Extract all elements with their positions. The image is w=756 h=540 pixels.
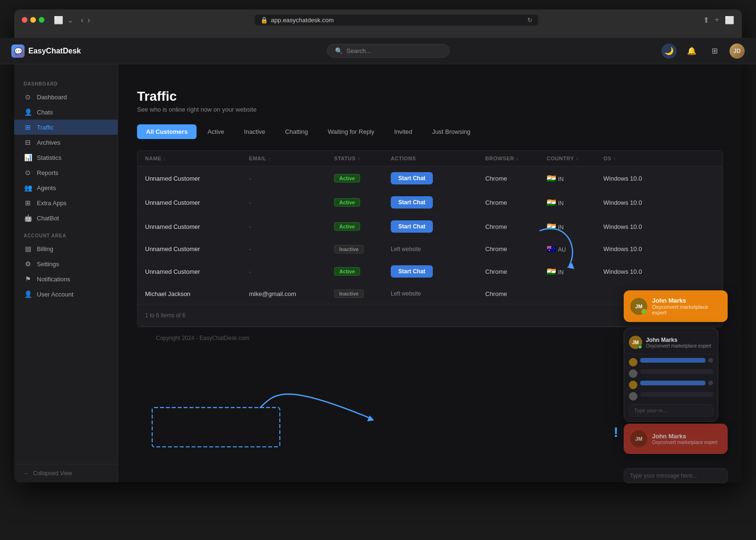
chat-input-bottom[interactable]: Type your message here... xyxy=(624,468,728,482)
sidebar-item-traffic[interactable]: ⊞ Traffic xyxy=(14,120,118,135)
flag-icon: 🇮🇳 xyxy=(547,174,556,183)
th-name: NAME ↕ xyxy=(145,156,249,161)
sidebar-item-archives[interactable]: ⊟ Archives xyxy=(14,135,118,150)
collapsed-view-label: Collapsed View xyxy=(33,470,72,477)
tab-waiting-for-reply[interactable]: Waiting for Reply xyxy=(319,124,384,139)
sidebar-item-extra-apps[interactable]: ⊞ Extra Apps xyxy=(14,195,118,210)
sidebar-label-chatbot: ChatBot xyxy=(37,215,59,222)
user-avatar[interactable]: JD xyxy=(730,44,742,59)
sort-status-icon[interactable]: ↕ xyxy=(358,156,361,161)
chat-bubble xyxy=(640,369,713,374)
sidebar-item-agents[interactable]: 👥 Agents xyxy=(14,180,118,195)
cell-email: - xyxy=(249,199,334,206)
cell-name: Unnamed Customer xyxy=(145,245,249,253)
new-tab-icon[interactable]: + xyxy=(715,16,719,24)
collapsed-view-toggle[interactable]: ← Collapsed View xyxy=(24,470,108,477)
th-browser: BROWSER ↕ xyxy=(485,156,547,161)
sidebar-item-dashboard[interactable]: ⊙ Dashboard xyxy=(14,89,118,105)
app-logo: 💬 EasyChatDesk xyxy=(14,44,115,58)
cell-actions: Left website xyxy=(391,246,485,253)
th-email-label: EMAIL xyxy=(249,156,266,161)
table-row: Unnamed Customer - Inactive Left website… xyxy=(137,239,722,260)
chat-card-red[interactable]: JM John Marks Oxyconvert marketplace exp… xyxy=(624,424,728,454)
sidebar-item-chatbot[interactable]: 🤖 ChatBot xyxy=(14,210,118,226)
share-icon[interactable]: ⬆ xyxy=(703,16,709,25)
chat-window-agent-info: John Marks Oxyconvert marketplace expert xyxy=(646,337,711,348)
sort-browser-icon[interactable]: ↕ xyxy=(516,156,519,161)
search-placeholder: Search... xyxy=(346,47,371,54)
country-code: IN xyxy=(558,269,564,276)
chat-message-row xyxy=(629,392,713,401)
sidebar-label-archives: Archives xyxy=(37,139,60,146)
sort-os-icon[interactable]: ↕ xyxy=(613,156,616,161)
country-code: IN xyxy=(558,200,564,207)
sidebar-label-user-account: User Account xyxy=(37,291,73,298)
agent-avatar-orange: JM xyxy=(630,298,647,315)
tab-all-customers[interactable]: All Customers xyxy=(137,124,197,139)
agent-avatar-red: JM xyxy=(630,430,647,447)
close-button[interactable] xyxy=(22,17,27,23)
dashboard-icon: ⊙ xyxy=(24,93,32,101)
cell-actions: Left website xyxy=(391,290,485,297)
start-chat-button[interactable]: Start Chat xyxy=(391,265,433,278)
chat-msg-avatar xyxy=(629,381,637,389)
sort-email-icon[interactable]: ↕ xyxy=(268,156,271,161)
sidebar-item-billing[interactable]: ▤ Billing xyxy=(14,241,118,256)
extra-apps-icon: ⊞ xyxy=(24,199,32,207)
url-bar[interactable]: 🔒 app.easychatdesk.com ↻ xyxy=(255,15,538,26)
notifications-bell-icon: ⚑ xyxy=(24,275,32,283)
reports-icon: ⊙ xyxy=(24,169,32,176)
tab-inactive[interactable]: Inactive xyxy=(235,124,275,139)
agent-role-red: Oxyconvert marketplace expert xyxy=(652,440,721,445)
status-badge: Active xyxy=(334,198,360,207)
sidebar-toggle-icon[interactable]: ⬜ xyxy=(54,16,63,25)
agents-icon: 👥 xyxy=(24,184,32,192)
sidebar-item-user-account[interactable]: 👤 User Account xyxy=(14,287,118,302)
chatbot-icon: 🤖 xyxy=(24,214,32,222)
chat-input-area[interactable]: Type your m... xyxy=(629,404,713,417)
search-box[interactable]: 🔍 Search... xyxy=(327,44,450,58)
sidebar-item-statistics[interactable]: 📊 Statistics xyxy=(14,150,118,165)
reload-icon[interactable]: ↻ xyxy=(527,17,533,24)
sidebar-item-notifications[interactable]: ⚑ Notifications xyxy=(14,271,118,287)
sort-name-icon[interactable]: ↕ xyxy=(163,156,166,161)
start-chat-button[interactable]: Start Chat xyxy=(391,172,433,184)
sidebar-item-reports[interactable]: ⊙ Reports xyxy=(14,165,118,180)
tab-active[interactable]: Active xyxy=(198,124,233,139)
sort-country-icon[interactable]: ↕ xyxy=(576,156,579,161)
tab-invited[interactable]: Invited xyxy=(385,124,421,139)
cell-os: Windows 10.0 xyxy=(603,268,670,275)
notifications-icon[interactable]: 🔔 xyxy=(684,44,699,59)
cell-actions: Start Chat xyxy=(391,220,485,233)
nav-controls: ‹ › xyxy=(81,15,90,25)
sidebar-item-chats[interactable]: 👤 Chats xyxy=(14,105,118,120)
tab-chatting[interactable]: Chatting xyxy=(276,124,317,139)
chevron-down-icon[interactable]: ⌄ xyxy=(67,16,73,25)
start-chat-button[interactable]: Start Chat xyxy=(391,220,433,233)
chat-message-row xyxy=(629,369,713,378)
minimize-button[interactable] xyxy=(30,17,36,23)
country-code: IN xyxy=(558,224,564,231)
start-chat-button[interactable]: Start Chat xyxy=(391,196,433,209)
apps-grid-icon[interactable]: ⊞ xyxy=(707,44,722,59)
tabs-icon[interactable]: ⬜ xyxy=(725,16,734,25)
cell-name: Michael Jackson xyxy=(145,290,249,297)
dark-mode-toggle[interactable]: 🌙 xyxy=(662,44,677,59)
forward-button[interactable]: › xyxy=(87,15,90,25)
cell-name: Unnamed Customer xyxy=(145,223,249,230)
sidebar-item-settings[interactable]: ⚙ Settings xyxy=(14,256,118,271)
cell-status: Inactive xyxy=(334,289,391,298)
chat-card-orange[interactable]: JM John Marks Oxyconvert marketplace exp… xyxy=(624,290,728,322)
maximize-button[interactable] xyxy=(39,17,44,23)
sidebar-label-extra-apps: Extra Apps xyxy=(37,200,67,207)
cell-os: Windows 10.0 xyxy=(603,245,670,253)
cell-country: 🇮🇳IN xyxy=(547,222,603,231)
cell-status: Inactive xyxy=(334,245,391,253)
th-country: COUNTRY ↕ xyxy=(547,156,603,161)
collapse-icon: ← xyxy=(24,470,29,477)
page-subtitle: See who is online right now on your webs… xyxy=(137,106,723,113)
tab-just-browsing[interactable]: Just Browsing xyxy=(423,124,480,139)
chat-window-avatar: JM xyxy=(629,336,642,349)
back-button[interactable]: ‹ xyxy=(81,15,84,25)
tabs-bar: All Customers Active Inactive Chatting W… xyxy=(137,124,723,139)
